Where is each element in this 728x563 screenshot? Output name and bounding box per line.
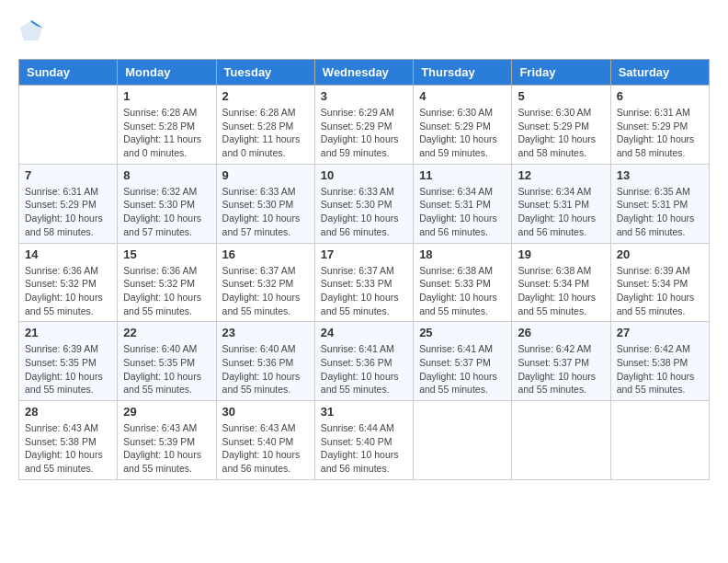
calendar-cell	[414, 401, 512, 480]
calendar-cell: 31Sunrise: 6:44 AMSunset: 5:40 PMDayligh…	[314, 401, 413, 480]
day-info: Sunrise: 6:38 AMSunset: 5:34 PMDaylight:…	[518, 264, 604, 318]
day-info: Sunrise: 6:31 AMSunset: 5:29 PMDaylight:…	[617, 106, 703, 160]
calendar-table: SundayMondayTuesdayWednesdayThursdayFrid…	[18, 59, 710, 480]
day-info: Sunrise: 6:37 AMSunset: 5:33 PMDaylight:…	[321, 264, 407, 318]
logo-icon	[18, 18, 44, 44]
calendar-cell: 14Sunrise: 6:36 AMSunset: 5:32 PMDayligh…	[19, 243, 118, 322]
calendar-cell: 16Sunrise: 6:37 AMSunset: 5:32 PMDayligh…	[216, 243, 314, 322]
day-number: 4	[419, 89, 506, 103]
day-info: Sunrise: 6:33 AMSunset: 5:30 PMDaylight:…	[321, 185, 407, 239]
day-info: Sunrise: 6:42 AMSunset: 5:37 PMDaylight:…	[518, 342, 604, 396]
page-header	[18, 18, 710, 44]
day-info: Sunrise: 6:30 AMSunset: 5:29 PMDaylight:…	[518, 106, 604, 160]
calendar-cell: 25Sunrise: 6:41 AMSunset: 5:37 PMDayligh…	[414, 322, 512, 401]
calendar-cell: 23Sunrise: 6:40 AMSunset: 5:36 PMDayligh…	[216, 322, 314, 401]
calendar-cell: 6Sunrise: 6:31 AMSunset: 5:29 PMDaylight…	[610, 86, 709, 165]
weekday-header: Friday	[512, 60, 610, 86]
day-number: 12	[518, 168, 604, 182]
calendar-cell: 18Sunrise: 6:38 AMSunset: 5:33 PMDayligh…	[414, 243, 512, 322]
logo	[18, 18, 48, 44]
weekday-header: Wednesday	[314, 60, 413, 86]
calendar-header-row: SundayMondayTuesdayWednesdayThursdayFrid…	[19, 60, 710, 86]
day-number: 24	[321, 326, 407, 339]
day-number: 9	[222, 168, 309, 182]
day-number: 23	[222, 326, 309, 339]
day-info: Sunrise: 6:41 AMSunset: 5:37 PMDaylight:…	[419, 342, 506, 396]
day-info: Sunrise: 6:35 AMSunset: 5:31 PMDaylight:…	[617, 185, 703, 239]
calendar-cell: 7Sunrise: 6:31 AMSunset: 5:29 PMDaylight…	[19, 164, 118, 243]
day-number: 22	[123, 326, 210, 339]
day-info: Sunrise: 6:34 AMSunset: 5:31 PMDaylight:…	[518, 185, 604, 239]
calendar-cell: 21Sunrise: 6:39 AMSunset: 5:35 PMDayligh…	[19, 322, 118, 401]
calendar-week-row: 21Sunrise: 6:39 AMSunset: 5:35 PMDayligh…	[19, 322, 710, 401]
day-number: 20	[617, 247, 703, 261]
day-number: 15	[123, 247, 210, 261]
calendar-week-row: 7Sunrise: 6:31 AMSunset: 5:29 PMDaylight…	[19, 164, 710, 243]
calendar-cell: 27Sunrise: 6:42 AMSunset: 5:38 PMDayligh…	[610, 322, 709, 401]
day-number: 16	[222, 247, 309, 261]
day-info: Sunrise: 6:28 AMSunset: 5:28 PMDaylight:…	[123, 106, 210, 160]
calendar-cell	[19, 86, 118, 165]
calendar-cell: 15Sunrise: 6:36 AMSunset: 5:32 PMDayligh…	[118, 243, 216, 322]
day-info: Sunrise: 6:43 AMSunset: 5:38 PMDaylight:…	[25, 421, 111, 476]
calendar-cell: 22Sunrise: 6:40 AMSunset: 5:35 PMDayligh…	[118, 322, 216, 401]
calendar-cell: 9Sunrise: 6:33 AMSunset: 5:30 PMDaylight…	[216, 164, 314, 243]
day-number: 8	[123, 168, 210, 182]
calendar-cell: 2Sunrise: 6:28 AMSunset: 5:28 PMDaylight…	[216, 86, 314, 165]
weekday-header: Saturday	[610, 60, 709, 86]
calendar-cell	[512, 401, 610, 480]
day-number: 27	[617, 326, 703, 339]
calendar-week-row: 28Sunrise: 6:43 AMSunset: 5:38 PMDayligh…	[19, 401, 710, 480]
calendar-cell: 26Sunrise: 6:42 AMSunset: 5:37 PMDayligh…	[512, 322, 610, 401]
calendar-cell: 20Sunrise: 6:39 AMSunset: 5:34 PMDayligh…	[610, 243, 709, 322]
day-info: Sunrise: 6:38 AMSunset: 5:33 PMDaylight:…	[419, 264, 506, 318]
calendar-cell: 11Sunrise: 6:34 AMSunset: 5:31 PMDayligh…	[414, 164, 512, 243]
day-info: Sunrise: 6:43 AMSunset: 5:40 PMDaylight:…	[222, 421, 309, 476]
day-number: 14	[25, 247, 111, 261]
day-info: Sunrise: 6:41 AMSunset: 5:36 PMDaylight:…	[321, 342, 407, 396]
day-info: Sunrise: 6:28 AMSunset: 5:28 PMDaylight:…	[222, 106, 309, 160]
day-number: 28	[25, 405, 111, 419]
day-info: Sunrise: 6:29 AMSunset: 5:29 PMDaylight:…	[321, 106, 407, 160]
calendar-cell: 13Sunrise: 6:35 AMSunset: 5:31 PMDayligh…	[610, 164, 709, 243]
day-number: 5	[518, 89, 604, 103]
calendar-cell: 10Sunrise: 6:33 AMSunset: 5:30 PMDayligh…	[314, 164, 413, 243]
day-info: Sunrise: 6:33 AMSunset: 5:30 PMDaylight:…	[222, 185, 309, 239]
day-number: 21	[25, 326, 111, 339]
day-number: 17	[321, 247, 407, 261]
calendar-cell	[610, 401, 709, 480]
calendar-cell: 29Sunrise: 6:43 AMSunset: 5:39 PMDayligh…	[118, 401, 216, 480]
day-info: Sunrise: 6:42 AMSunset: 5:38 PMDaylight:…	[617, 342, 703, 396]
day-number: 29	[123, 405, 210, 419]
weekday-header: Monday	[118, 60, 216, 86]
day-number: 19	[518, 247, 604, 261]
day-info: Sunrise: 6:43 AMSunset: 5:39 PMDaylight:…	[123, 421, 210, 476]
calendar-cell: 3Sunrise: 6:29 AMSunset: 5:29 PMDaylight…	[314, 86, 413, 165]
calendar-cell: 19Sunrise: 6:38 AMSunset: 5:34 PMDayligh…	[512, 243, 610, 322]
weekday-header: Thursday	[414, 60, 512, 86]
day-info: Sunrise: 6:30 AMSunset: 5:29 PMDaylight:…	[419, 106, 506, 160]
calendar-cell: 24Sunrise: 6:41 AMSunset: 5:36 PMDayligh…	[314, 322, 413, 401]
calendar-cell: 1Sunrise: 6:28 AMSunset: 5:28 PMDaylight…	[118, 86, 216, 165]
day-info: Sunrise: 6:39 AMSunset: 5:34 PMDaylight:…	[617, 264, 703, 318]
day-info: Sunrise: 6:36 AMSunset: 5:32 PMDaylight:…	[25, 264, 111, 318]
day-info: Sunrise: 6:36 AMSunset: 5:32 PMDaylight:…	[123, 264, 210, 318]
day-number: 30	[222, 405, 309, 419]
calendar-cell: 17Sunrise: 6:37 AMSunset: 5:33 PMDayligh…	[314, 243, 413, 322]
calendar-cell: 30Sunrise: 6:43 AMSunset: 5:40 PMDayligh…	[216, 401, 314, 480]
day-number: 26	[518, 326, 604, 339]
calendar-cell: 5Sunrise: 6:30 AMSunset: 5:29 PMDaylight…	[512, 86, 610, 165]
day-number: 6	[617, 89, 703, 103]
calendar-cell: 12Sunrise: 6:34 AMSunset: 5:31 PMDayligh…	[512, 164, 610, 243]
weekday-header: Tuesday	[216, 60, 314, 86]
calendar-week-row: 1Sunrise: 6:28 AMSunset: 5:28 PMDaylight…	[19, 86, 710, 165]
weekday-header: Sunday	[19, 60, 118, 86]
calendar-cell: 4Sunrise: 6:30 AMSunset: 5:29 PMDaylight…	[414, 86, 512, 165]
day-info: Sunrise: 6:40 AMSunset: 5:35 PMDaylight:…	[123, 342, 210, 396]
day-info: Sunrise: 6:39 AMSunset: 5:35 PMDaylight:…	[25, 342, 111, 396]
day-info: Sunrise: 6:37 AMSunset: 5:32 PMDaylight:…	[222, 264, 309, 318]
day-info: Sunrise: 6:34 AMSunset: 5:31 PMDaylight:…	[419, 185, 506, 239]
svg-marker-0	[20, 20, 42, 40]
day-number: 3	[321, 89, 407, 103]
day-info: Sunrise: 6:32 AMSunset: 5:30 PMDaylight:…	[123, 185, 210, 239]
